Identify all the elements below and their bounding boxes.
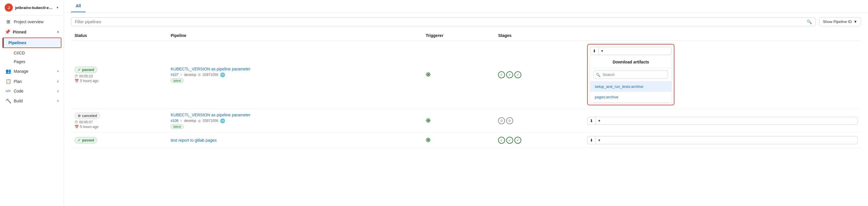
dropdown-header: Download artifacts [590, 56, 672, 68]
calendar-icon: 📅 [74, 79, 79, 83]
stage-1-row2[interactable]: ⊘ [498, 117, 505, 124]
tab-all[interactable]: All [71, 0, 86, 12]
stages-cell-row3: ✓ ✓ ✓ [495, 133, 584, 148]
filter-bar: 🔍 Show Pipeline ID ▼ [71, 17, 861, 26]
col-pipeline: Pipeline [167, 31, 422, 40]
download-chevron-icon: ▼ [599, 48, 606, 54]
sidebar-item-plan[interactable]: 📋 Plan ∨ [0, 76, 64, 87]
pipeline-num-row1[interactable]: #107 [170, 73, 179, 77]
table-header: Status Pipeline Triggerer Stages [71, 31, 861, 40]
stage-2-row1[interactable]: ✓ [506, 71, 513, 78]
stages-row1: ✓ ✓ ✓ [498, 71, 580, 78]
dropdown-item-setup[interactable]: setup_and_run_tests:archive [590, 81, 672, 92]
cancel-icon: ⊘ [78, 114, 81, 118]
status-cell-row2: ⊘ canceled ⏱ 00:00:07 📅 5 hour [71, 109, 167, 133]
sidebar-item-manage[interactable]: 👥 Manage ∨ [0, 66, 64, 76]
branch-icon: ⑂ [180, 73, 182, 76]
sidebar-chevron-icon: ▼ [56, 6, 59, 9]
triggerer-cell-row3: ❋ [422, 133, 495, 148]
branch-name-row2: develop [184, 119, 196, 123]
filter-pipelines-input[interactable] [75, 20, 807, 24]
calendar-icon-2: 📅 [74, 125, 79, 129]
dropdown-search-input[interactable] [593, 70, 668, 79]
sidebar-group-pinned[interactable]: 📌 Pinned ∧ [0, 27, 64, 37]
plan-label: Plan [14, 79, 54, 84]
sidebar-item-project-overview[interactable]: ⊞ Project overview [0, 16, 64, 27]
filter-search-icon: 🔍 [807, 20, 812, 24]
show-pipeline-id-button[interactable]: Show Pipeline ID ▼ [819, 17, 861, 26]
status-badge-passed-row3: ✓ passed [74, 137, 97, 143]
pipeline-cell-row3: test report to gitlab pages [167, 133, 422, 148]
sidebar-item-label: Project overview [14, 20, 59, 24]
sidebar-item-pages[interactable]: Pages [0, 57, 64, 66]
time-ago-row2: 📅 5 hours ago [74, 125, 163, 129]
pipeline-cell-row2: KUBECTL_VERSION as pipeline parameter #1… [167, 109, 422, 133]
dropdown-item-pages[interactable]: pages:archive [590, 92, 672, 102]
stage-2-row2[interactable]: ⊘ [506, 117, 513, 124]
pipeline-num-row2[interactable]: #106 [170, 119, 179, 123]
table-row: ✓ passed test report to gitlab pages ❋ [71, 133, 861, 148]
sidebar-logo[interactable]: J jetbrains-kubectl-e2e-t... ▼ [0, 0, 64, 15]
status-cell-row1: ✓ passed ⏱ 00:05:23 📅 5 hours [71, 40, 167, 109]
download-chevron-icon-3: ▼ [596, 137, 602, 143]
check-icon-3: ✓ [78, 138, 81, 142]
status-meta-row2: ⏱ 00:00:07 📅 5 hours ago [74, 120, 163, 129]
tab-bar: All [71, 0, 861, 12]
build-label: Build [14, 99, 54, 103]
table-row: ⊘ canceled ⏱ 00:00:07 📅 5 hour [71, 109, 861, 133]
download-icon-3: ⬇ [587, 136, 596, 144]
manage-icon: 👥 [5, 68, 11, 74]
pipeline-meta-row1: #107 ⑂ develop ◎ 03971056 🌐 [170, 72, 418, 77]
triggerer-snowflake-row3: ❋ [426, 136, 431, 144]
cicd-label: CI/CD [14, 50, 25, 55]
latest-badge-row1: latest [170, 78, 183, 83]
sidebar-item-pipelines[interactable]: Pipelines [3, 38, 61, 47]
stage-3-row3[interactable]: ✓ [514, 137, 521, 144]
sidebar-pinned-label: Pinned [13, 30, 54, 34]
download-icon-2: ⬇ [587, 117, 596, 125]
download-btn-row1[interactable]: ⬇ ▼ [590, 47, 672, 55]
stages-cell-row2: ⊘ ⊘ [495, 109, 584, 133]
pipeline-table: Status Pipeline Triggerer Stages ✓ passe… [71, 31, 861, 148]
pipeline-cell-row1: KUBECTL_VERSION as pipeline parameter #1… [167, 40, 422, 109]
show-pipeline-id-label: Show Pipeline ID [823, 20, 852, 24]
pinned-chevron-icon: ∧ [57, 30, 59, 34]
sidebar-project-name: jetbrains-kubectl-e2e-t... [15, 5, 54, 10]
stage-1-row3[interactable]: ✓ [498, 137, 505, 144]
triggerer-cell-row1: ❋ [422, 40, 495, 109]
time-ago-row1: 📅 5 hours ago [74, 79, 163, 83]
code-chevron-icon: ∨ [57, 89, 59, 93]
manage-chevron-icon: ∨ [57, 69, 59, 73]
pages-label: Pages [14, 59, 25, 64]
stage-1-row1[interactable]: ✓ [498, 71, 505, 78]
triggerer-snowflake-row2: ❋ [426, 117, 431, 125]
pipeline-title-row2[interactable]: KUBECTL_VERSION as pipeline parameter [170, 113, 250, 117]
download-btn-row3[interactable]: ⬇ ▼ [587, 136, 858, 144]
main-body: 🔍 Show Pipeline ID ▼ Status Pipeline Tri… [64, 12, 868, 206]
stage-2-row3[interactable]: ✓ [506, 137, 513, 144]
pipeline-title-row3[interactable]: test report to gitlab pages [170, 138, 217, 143]
branch-icon-2: ⑂ [180, 119, 182, 123]
sidebar-avatar: J [5, 3, 13, 12]
download-icon: ⬇ [590, 47, 599, 55]
pipeline-meta-row2: #106 ⑂ develop ◎ 03971056 🌐 [170, 118, 418, 123]
download-btn-row2[interactable]: ⬇ ▼ [587, 117, 858, 125]
pipeline-title-row1[interactable]: KUBECTL_VERSION as pipeline parameter [170, 67, 250, 71]
build-icon: 🔨 [5, 98, 11, 104]
commit-hash-row1: 03971056 [203, 73, 218, 77]
duration-row2: ⏱ 00:00:07 [74, 120, 163, 124]
sidebar-item-cicd[interactable]: CI/CD [0, 48, 64, 57]
download-chevron-icon-2: ▼ [596, 117, 602, 124]
download-dropdown: Download artifacts 🔍 setup_and_run_tests… [590, 56, 672, 102]
sidebar-item-code[interactable]: </> Code ∨ [0, 87, 64, 96]
project-overview-icon: ⊞ [5, 19, 11, 25]
col-triggerer: Triggerer [422, 31, 495, 40]
status-badge-passed: ✓ passed [74, 67, 97, 73]
dropdown-search-icon: 🔍 [596, 72, 600, 77]
duration-row1: ⏱ 00:05:23 [74, 74, 163, 78]
actions-cell-row3: ⬇ ▼ [584, 133, 861, 148]
sidebar-item-build[interactable]: 🔨 Build ∨ [0, 96, 64, 106]
stages-cell-row1: ✓ ✓ ✓ [495, 40, 584, 109]
plan-icon: 📋 [5, 78, 11, 84]
stage-3-row1[interactable]: ✓ [514, 71, 521, 78]
